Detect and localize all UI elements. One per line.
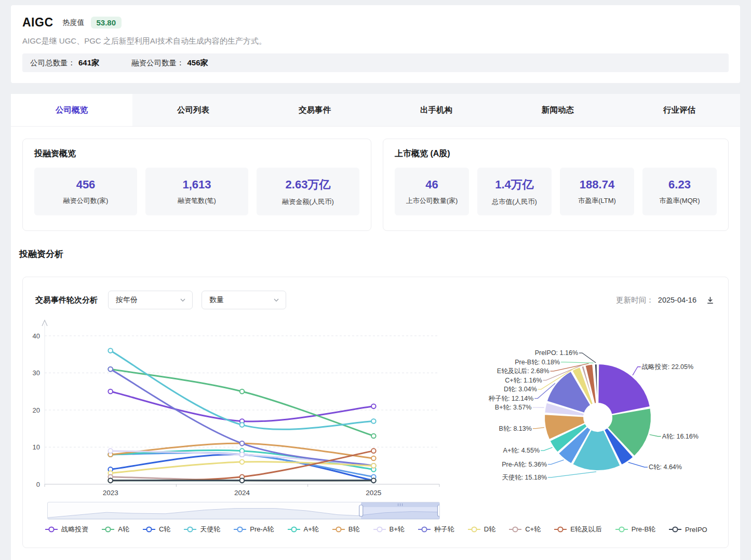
- legend-item-天使轮[interactable]: 天使轮: [183, 525, 220, 534]
- legend-item-C+轮[interactable]: C+轮: [508, 525, 541, 534]
- legend-label: C轮: [159, 525, 170, 534]
- pie-label-A+轮: A+轮: 4.55%: [503, 447, 540, 454]
- chart-header: 交易事件轮次分析 按年份 数量 更新时间： 2025-04-16: [23, 277, 728, 309]
- pie-chart[interactable]: PreIPO: 1.16%Pre-B轮: 0.18%E轮及以后: 2.68%C+…: [465, 335, 738, 500]
- legend-label: Pre-A轮: [250, 525, 274, 534]
- legend-item-Pre-A轮[interactable]: Pre-A轮: [233, 525, 274, 534]
- stat-tile: 456融资公司数(家): [34, 168, 137, 215]
- line-chart[interactable]: 010203040202320242025: [26, 315, 452, 501]
- stat-tile: 1.4万亿总市值(人民币): [477, 168, 552, 215]
- legend-label: 种子轮: [434, 525, 454, 534]
- datazoom-handle[interactable]: [438, 505, 440, 516]
- pie-label-A轮: A轮: 16.16%: [662, 433, 699, 440]
- investment-overview-tiles: 456融资公司数(家)1,613融资笔数(笔)2.63万亿融资金额(人民币): [34, 168, 359, 215]
- header-card: AIGC 热度值 53.80 AIGC是继 UGC、PGC 之后新型利用AI技术…: [11, 5, 740, 83]
- stat-value: 1.4万亿: [495, 177, 534, 193]
- pie-label-line: [541, 447, 552, 450]
- pie-label-line: [533, 428, 544, 429]
- pie-label-C+轮: C+轮: 1.16%: [505, 377, 542, 384]
- tab-行业评估[interactable]: 行业评估: [619, 94, 740, 126]
- line-series-PreIPO: [108, 479, 376, 483]
- data-point: [371, 456, 376, 461]
- listed-overview-title: 上市概览 (A股): [395, 148, 717, 159]
- legend-marker-icon: [668, 526, 682, 533]
- group-by-dropdown[interactable]: 按年份: [108, 291, 193, 309]
- data-point: [371, 419, 376, 424]
- stat-value: 46: [425, 178, 438, 192]
- stat-tile: 46上市公司数量(家): [395, 168, 469, 215]
- legend-item-A+轮[interactable]: A+轮: [287, 525, 319, 534]
- chevron-down-icon: [180, 297, 186, 303]
- tab-公司列表[interactable]: 公司列表: [132, 94, 254, 126]
- legend-item-Pre-B轮[interactable]: Pre-B轮: [615, 525, 655, 534]
- legend-marker-icon: [508, 526, 522, 533]
- tab-新闻动态[interactable]: 新闻动态: [497, 94, 619, 126]
- pie-label-战略投资: 战略投资: 22.05%: [642, 363, 693, 371]
- legend-label: E轮及以后: [570, 525, 602, 534]
- legend-item-战略投资[interactable]: 战略投资: [45, 525, 88, 534]
- company-stat-1: 融资公司数量：456家: [131, 58, 208, 68]
- heat-label: 热度值: [63, 18, 85, 28]
- metric-value: 数量: [209, 295, 224, 305]
- legend-item-B+轮[interactable]: B+轮: [373, 525, 405, 534]
- update-time-label: 更新时间：: [616, 295, 654, 305]
- pie-slice-战略投资[interactable]: [598, 364, 650, 415]
- pie-label-line: [650, 434, 661, 436]
- stat-value: 2.63万亿: [286, 177, 331, 193]
- pie-label-D轮: D轮: 3.04%: [504, 386, 537, 393]
- x-tick-label: 2024: [234, 489, 250, 497]
- stat-label: 融资公司数(家): [63, 196, 109, 206]
- legend-marker-icon: [101, 526, 115, 533]
- chart-legend: 战略投资A轮C轮天使轮Pre-A轮A+轮B轮B+轮种子轮D轮C+轮E轮及以后Pr…: [23, 525, 729, 534]
- legend-label: Pre-B轮: [632, 525, 655, 534]
- stat-tile: 188.74市盈率(LTM): [560, 168, 634, 215]
- legend-marker-icon: [233, 526, 247, 533]
- chart-card: 交易事件轮次分析 按年份 数量 更新时间： 2025-04-16: [22, 277, 729, 548]
- tab-出手机构[interactable]: 出手机构: [376, 94, 497, 126]
- stat-label: 市盈率(MQR): [660, 196, 700, 206]
- data-point: [108, 367, 113, 372]
- y-tick-label: 20: [33, 406, 40, 414]
- legend-label: C+轮: [525, 525, 541, 534]
- overview-row: 投融资概览 456融资公司数(家)1,613融资笔数(笔)2.63万亿融资金额(…: [22, 139, 729, 231]
- stat-tile: 6.23市盈率(MQR): [642, 168, 717, 215]
- stat-tile: 1,613融资笔数(笔): [145, 168, 248, 215]
- datazoom-handle[interactable]: [359, 505, 363, 516]
- listed-overview-tiles: 46上市公司数量(家)1.4万亿总市值(人民币)188.74市盈率(LTM)6.…: [395, 168, 717, 215]
- legend-item-E轮及以后[interactable]: E轮及以后: [554, 525, 602, 534]
- stat-label: 市盈率(LTM): [578, 196, 616, 206]
- metric-dropdown[interactable]: 数量: [202, 291, 286, 309]
- pie-label-line: [628, 462, 648, 467]
- x-tick-label: 2023: [103, 489, 118, 497]
- data-point: [371, 479, 376, 483]
- datazoom-slider[interactable]: [47, 502, 440, 520]
- y-tick-label: 40: [33, 332, 40, 340]
- sector-description: AIGC是继 UGC、PGC 之后新型利用AI技术自动生成内容的生产方式。: [22, 36, 729, 46]
- tab-公司概览[interactable]: 公司概览: [11, 94, 132, 126]
- pie-label-天使轮: 天使轮: 15.18%: [502, 474, 547, 481]
- legend-item-D轮[interactable]: D轮: [467, 525, 495, 534]
- legend-item-PreIPO[interactable]: PreIPO: [668, 526, 707, 534]
- download-icon[interactable]: [706, 296, 715, 305]
- investment-overview-title: 投融资概览: [34, 148, 359, 159]
- main-card: 公司概览公司列表交易事件出手机构新闻动态行业评估 投融资概览 456融资公司数(…: [11, 94, 740, 560]
- title-row: AIGC 热度值 53.80: [22, 16, 729, 30]
- legend-item-C轮[interactable]: C轮: [142, 525, 170, 534]
- company-stats-strip: 公司总数量：641家融资公司数量：456家: [22, 53, 729, 72]
- update-time: 更新时间： 2025-04-16: [616, 295, 715, 305]
- company-stat-value: 456家: [187, 58, 208, 68]
- y-tick-label: 0: [36, 481, 40, 488]
- legend-marker-icon: [183, 526, 197, 533]
- legend-marker-icon: [467, 526, 481, 533]
- page-title: AIGC: [22, 16, 53, 30]
- legend-label: A轮: [118, 525, 129, 534]
- company-stat-0: 公司总数量：641家: [30, 58, 99, 68]
- legend-item-B轮[interactable]: B轮: [332, 525, 360, 534]
- stat-tile: 2.63万亿融资金额(人民币): [257, 168, 359, 215]
- legend-marker-icon: [332, 526, 345, 533]
- legend-label: B+轮: [390, 525, 405, 534]
- tab-交易事件[interactable]: 交易事件: [254, 94, 376, 126]
- chart-title: 交易事件轮次分析: [35, 295, 98, 305]
- legend-item-A轮[interactable]: A轮: [101, 525, 129, 534]
- legend-item-种子轮[interactable]: 种子轮: [418, 525, 454, 534]
